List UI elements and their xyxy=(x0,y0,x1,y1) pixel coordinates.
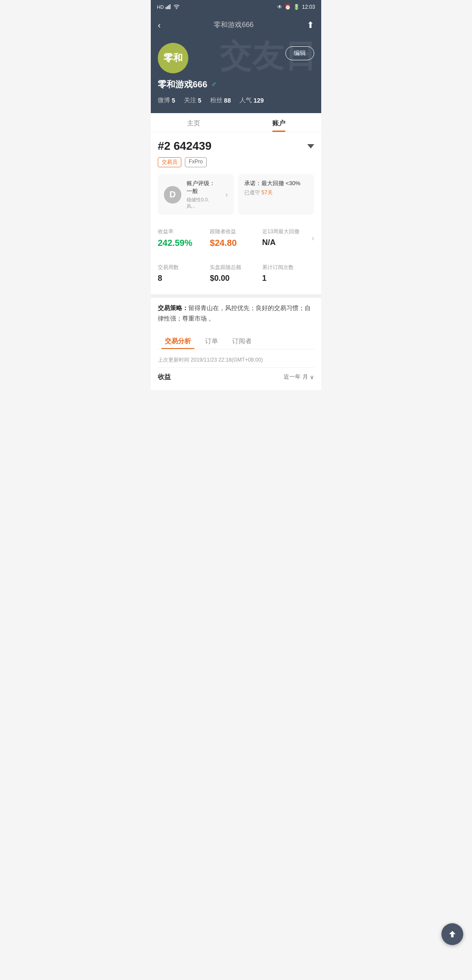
badge-trader: 交易员 xyxy=(158,157,181,167)
status-right: 👁 ⏰ 🔋 12:03 xyxy=(277,4,315,10)
divider-1 xyxy=(151,294,321,298)
stat-popularity: 人气 129 xyxy=(239,97,264,104)
tab-home[interactable]: 主页 xyxy=(151,113,236,132)
stat-popularity-value: 129 xyxy=(253,97,264,104)
svg-point-4 xyxy=(176,8,177,9)
promise-title: 承诺：最大回撤 <30% xyxy=(244,179,308,187)
status-left: HD xyxy=(157,4,180,10)
update-time: 上次更新时间 2019/11/23 22:18(GMT+08:00) xyxy=(158,353,314,368)
rating-info: 账户评级：一般 稳健性0.0、风... xyxy=(187,179,220,210)
rating-sub: 稳健性0.0、风... xyxy=(187,197,220,210)
eye-icon: 👁 xyxy=(277,4,282,10)
battery-icon: 🔋 xyxy=(293,4,300,10)
profit-title: 收益 xyxy=(158,373,171,381)
rating-title: 账户评级：一般 xyxy=(187,179,220,195)
filter-year: 近一年 xyxy=(284,373,301,381)
profile-top-row: 零和 编辑 xyxy=(158,43,314,73)
stat-weibo-value: 5 xyxy=(172,97,175,104)
rating-arrow: › xyxy=(226,191,228,199)
stat-following-value: 5 xyxy=(198,97,201,104)
edit-button[interactable]: 编辑 xyxy=(285,46,314,60)
promise-sub-text: 已遵守 xyxy=(244,190,260,196)
stat-yield-value: 242.59% xyxy=(158,238,210,248)
stat-yield-label: 收益率 xyxy=(158,228,210,235)
cards-row: D 账户评级：一般 稳健性0.0、风... › 承诺：最大回撤 <30% 已遵守… xyxy=(158,174,314,215)
stat-total-label: 实盘跟随总额 xyxy=(210,264,262,271)
stats-arrow[interactable]: › xyxy=(312,234,314,243)
stat-subs-label: 累计订阅次数 xyxy=(262,264,314,271)
signal-icon xyxy=(166,4,172,10)
stat-weeks-label: 交易周数 xyxy=(158,264,210,271)
share-button[interactable]: ⬆ xyxy=(307,20,314,30)
stat-total-value: $0.00 xyxy=(210,274,262,283)
nav-title: 零和游戏666 xyxy=(214,21,253,30)
promise-sub: 已遵守 57天 xyxy=(244,189,308,197)
tab-bar: 主页 账户 xyxy=(151,113,321,132)
stat-cell-weeks: 交易周数 8 xyxy=(158,259,210,287)
avatar: 零和 xyxy=(158,43,188,73)
stat-subs-value: 1 xyxy=(262,274,314,283)
stat-dd-label: 近13周最大回撤 xyxy=(262,228,314,235)
profile-header: 交友日 零和 编辑 零和游戏666 ♂ 微博 5 关注 5 粉丝 88 人气 1… xyxy=(151,36,321,113)
profit-section-header: 收益 近一年 月 ∨ xyxy=(158,373,314,381)
svg-rect-0 xyxy=(166,7,167,9)
promise-days: 57天 xyxy=(261,190,272,196)
profit-filter[interactable]: 近一年 月 ∨ xyxy=(284,373,314,381)
stat-fp-label: 跟随者收益 xyxy=(210,228,262,235)
stats-grid-row2: 交易周数 8 实盘跟随总额 $0.00 累计订阅次数 1 xyxy=(158,259,314,287)
profile-name: 零和游戏666 xyxy=(158,79,207,90)
promise-card: 承诺：最大回撤 <30% 已遵守 57天 xyxy=(238,174,314,215)
rating-grade: D xyxy=(164,186,181,204)
badge-row: 交易员 FxPro xyxy=(158,157,314,167)
stat-fp-value: $24.80 xyxy=(210,238,262,248)
tab-subscribers[interactable]: 订阅者 xyxy=(225,333,259,349)
stat-popularity-label: 人气 xyxy=(239,97,252,104)
tab-analysis[interactable]: 交易分析 xyxy=(158,333,198,349)
alarm-icon: ⏰ xyxy=(285,4,291,10)
svg-rect-2 xyxy=(168,5,169,9)
time-display: 12:03 xyxy=(302,4,315,10)
dropdown-arrow[interactable] xyxy=(307,144,314,148)
hd-badge: HD xyxy=(157,4,164,10)
stat-weibo-label: 微博 xyxy=(158,97,170,104)
account-id: #2 642439 xyxy=(158,139,212,153)
stat-following: 关注 5 xyxy=(184,97,201,104)
status-bar: HD 👁 ⏰ 🔋 12:03 xyxy=(151,0,321,14)
account-id-row: #2 642439 xyxy=(158,139,314,153)
analysis-tabs: 交易分析 订单 订阅者 xyxy=(158,333,314,349)
stat-weeks-value: 8 xyxy=(158,274,210,283)
stat-cell-total: 实盘跟随总额 $0.00 xyxy=(210,259,262,287)
stat-cell-drawdown: 近13周最大回撤 N/A xyxy=(262,224,314,252)
stat-fans: 粉丝 88 xyxy=(210,97,231,104)
stat-dd-value: N/A xyxy=(262,238,314,247)
stat-cell-follower-profit: 跟随者收益 $24.80 xyxy=(210,224,262,252)
badge-fxpro: FxPro xyxy=(185,157,207,167)
gender-icon: ♂ xyxy=(211,80,217,89)
back-button[interactable]: ‹ xyxy=(158,20,161,30)
filter-month: 月 xyxy=(302,373,308,381)
svg-rect-3 xyxy=(170,4,170,9)
stat-following-label: 关注 xyxy=(184,97,196,104)
filter-chevron: ∨ xyxy=(310,374,314,380)
nav-bar: ‹ 零和游戏666 ⬆ xyxy=(151,14,321,36)
stat-cell-yield: 收益率 242.59% xyxy=(158,224,210,252)
tab-orders[interactable]: 订单 xyxy=(198,333,225,349)
tab-account[interactable]: 账户 xyxy=(236,113,321,132)
profile-name-row: 零和游戏666 ♂ xyxy=(158,79,314,90)
strategy-section: 交易策略：留得青山在，风控优先；良好的交易习惯；自律性强；尊重市场 。 xyxy=(158,303,314,324)
stat-fans-label: 粉丝 xyxy=(210,97,222,104)
strategy-label: 交易策略： xyxy=(158,304,188,311)
profile-stats: 微博 5 关注 5 粉丝 88 人气 129 xyxy=(158,97,314,104)
rating-card[interactable]: D 账户评级：一般 稳健性0.0、风... › xyxy=(158,174,234,215)
stats-grid-row1: 收益率 242.59% 跟随者收益 $24.80 近13周最大回撤 N/A › xyxy=(158,224,314,252)
svg-rect-1 xyxy=(167,6,168,9)
stat-cell-subscriptions: 累计订阅次数 1 xyxy=(262,259,314,287)
stat-weibo: 微博 5 xyxy=(158,97,175,104)
stat-fans-value: 88 xyxy=(224,97,231,104)
wifi-icon xyxy=(174,4,180,10)
account-content: #2 642439 交易员 FxPro D 账户评级：一般 稳健性0.0、风..… xyxy=(151,132,321,390)
